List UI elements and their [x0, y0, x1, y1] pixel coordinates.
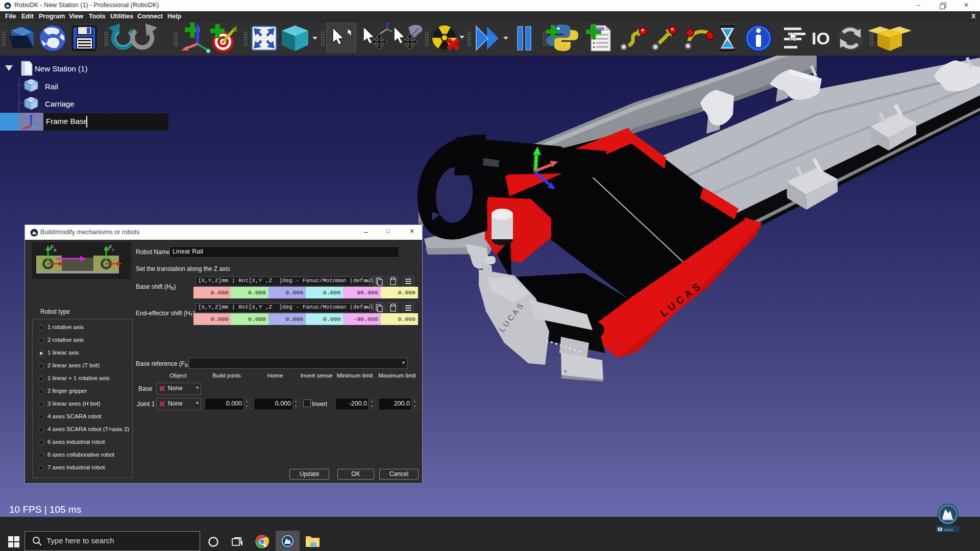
- svg-text:Subs: Subs: [944, 528, 953, 532]
- svg-text:T: T: [112, 248, 114, 253]
- svg-text:IO: IO: [812, 29, 830, 48]
- svg-text:B: B: [54, 248, 56, 253]
